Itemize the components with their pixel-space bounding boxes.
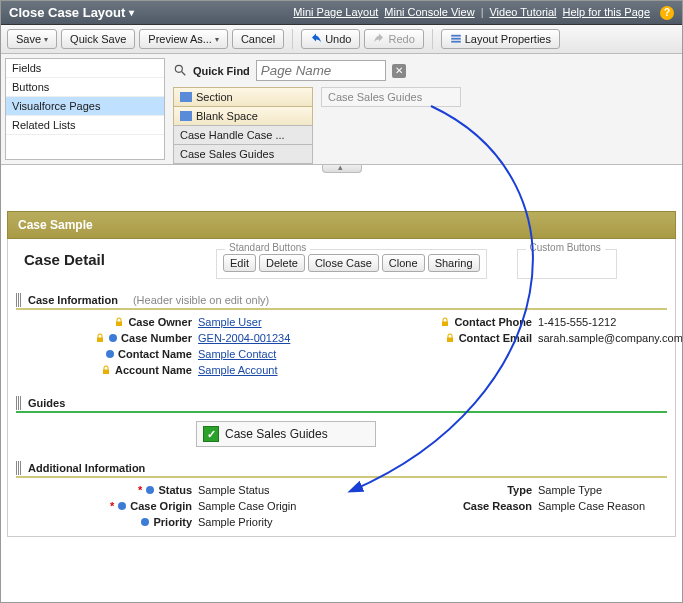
label-priority: Priority [18, 516, 198, 528]
sidebar-item-visualforce[interactable]: Visualforce Pages [6, 97, 164, 116]
value-contact-email: sarah.sample@company.com [538, 332, 683, 344]
dropped-label: Case Sales Guides [225, 427, 328, 441]
lbl-text: Contact Phone [454, 316, 532, 328]
section-title: Additional Information [28, 462, 145, 474]
sidebar-item-buttons[interactable]: Buttons [6, 78, 164, 97]
svg-line-4 [182, 71, 186, 75]
detail-title: Case Detail [16, 249, 186, 278]
value-account-name[interactable]: Sample Account [198, 364, 378, 376]
palette-item-section[interactable]: Section [173, 87, 313, 106]
clear-icon[interactable]: ✕ [392, 64, 406, 78]
required-icon: * [138, 484, 142, 496]
video-tutorial-link[interactable]: Video Tutorial [489, 6, 556, 20]
lock-icon [114, 317, 124, 327]
blank-icon [180, 111, 192, 121]
svg-rect-1 [451, 38, 461, 40]
stripe-icon [16, 396, 22, 410]
edit-button[interactable]: Edit [223, 254, 256, 272]
lbl-text: Case Reason [463, 500, 532, 512]
value-contact-phone: 1-415-555-1212 [538, 316, 683, 328]
redo-icon [373, 33, 385, 45]
properties-icon [450, 33, 462, 45]
redo-button[interactable]: Redo [364, 29, 423, 49]
palette-item-blank[interactable]: Blank Space [173, 106, 313, 125]
palette-collapse[interactable] [1, 165, 682, 173]
save-label: Save [16, 33, 41, 45]
value-case-number[interactable]: GEN-2004-001234 [198, 332, 378, 344]
palette-item-handle[interactable]: Case Handle Case ... [173, 125, 313, 144]
save-button[interactable]: Save▾ [7, 29, 57, 49]
value-case-owner[interactable]: Sample User [198, 316, 378, 328]
lbl-text: Contact Email [459, 332, 532, 344]
label-contact-name: Contact Name [18, 348, 198, 360]
caret-icon: ▾ [215, 35, 219, 44]
help-link[interactable]: Help for this Page [563, 6, 650, 20]
value-status: Sample Status [198, 484, 378, 496]
dot-icon [141, 518, 149, 526]
lbl-text: Status [158, 484, 192, 496]
section-additional: Additional Information *Status Sample St… [16, 461, 667, 534]
chip-label: Section [196, 91, 233, 103]
undo-icon [310, 33, 322, 45]
label-status: *Status [18, 484, 198, 496]
label-case-origin: *Case Origin [18, 500, 198, 512]
help-icon[interactable]: ? [660, 6, 674, 20]
label-contact-phone: Contact Phone [378, 316, 538, 328]
sharing-button[interactable]: Sharing [428, 254, 480, 272]
palette: Fields Buttons Visualforce Pages Related… [1, 54, 682, 165]
label-case-reason: Case Reason [378, 500, 538, 512]
preview-as-button[interactable]: Preview As...▾ [139, 29, 228, 49]
dot-icon [109, 334, 117, 342]
label-contact-email: Contact Email [378, 332, 538, 344]
sidebar-item-fields[interactable]: Fields [6, 59, 164, 78]
undo-button[interactable]: Undo [301, 29, 360, 49]
chip-label: Blank Space [196, 110, 258, 122]
separator [432, 29, 433, 49]
palette-item-sales-guides[interactable]: Case Sales Guides [173, 144, 313, 164]
sidebar-item-related-lists[interactable]: Related Lists [6, 116, 164, 135]
lock-icon [101, 365, 111, 375]
label-case-number: Case Number [18, 332, 198, 344]
sample-header: Case Sample [7, 211, 676, 239]
header-links: Mini Page Layout Mini Console View | Vid… [293, 6, 674, 20]
lbl-text: Contact Name [118, 348, 192, 360]
mini-console-view-link[interactable]: Mini Console View [384, 6, 474, 20]
palette-main: Quick Find ✕ Section Blank Space Case Ha… [169, 54, 682, 164]
section-guides: Guides ✓ Case Sales Guides [16, 396, 667, 447]
quick-find: Quick Find ✕ [173, 60, 674, 81]
dropped-vf-page[interactable]: ✓ Case Sales Guides [196, 421, 376, 447]
dropdown-caret-icon: ▾ [129, 7, 134, 18]
quick-find-input[interactable] [256, 60, 386, 81]
label-type: Type [378, 484, 538, 496]
standard-buttons: Standard Buttons Edit Delete Close Case … [216, 249, 487, 279]
std-legend: Standard Buttons [225, 242, 310, 253]
value-type: Sample Type [538, 484, 665, 496]
section-case-info: Case Information (Header visible on edit… [16, 293, 667, 382]
quick-find-label: Quick Find [193, 65, 250, 77]
value-contact-name[interactable]: Sample Contact [198, 348, 378, 360]
layout-properties-button[interactable]: Layout Properties [441, 29, 560, 49]
lock-icon [445, 333, 455, 343]
check-icon: ✓ [203, 426, 219, 442]
lbl-text: Case Owner [128, 316, 192, 328]
quick-save-button[interactable]: Quick Save [61, 29, 135, 49]
redo-label: Redo [388, 33, 414, 45]
value-priority: Sample Priority [198, 516, 378, 528]
custom-buttons[interactable]: Custom Buttons [517, 249, 617, 279]
mini-page-layout-link[interactable]: Mini Page Layout [293, 6, 378, 20]
close-case-button[interactable]: Close Case [308, 254, 379, 272]
page-title[interactable]: Close Case Layout ▾ [9, 5, 134, 20]
dot-icon [106, 350, 114, 358]
svg-point-3 [175, 65, 182, 72]
grip-icon [322, 165, 362, 173]
clone-button[interactable]: Clone [382, 254, 425, 272]
cancel-button[interactable]: Cancel [232, 29, 284, 49]
preview-label: Preview As... [148, 33, 212, 45]
search-icon [173, 63, 187, 79]
dot-icon [118, 502, 126, 510]
chip-label: Case Sales Guides [180, 148, 274, 160]
drag-ghost: Case Sales Guides [321, 87, 461, 107]
delete-button[interactable]: Delete [259, 254, 305, 272]
layout-props-label: Layout Properties [465, 33, 551, 45]
undo-label: Undo [325, 33, 351, 45]
